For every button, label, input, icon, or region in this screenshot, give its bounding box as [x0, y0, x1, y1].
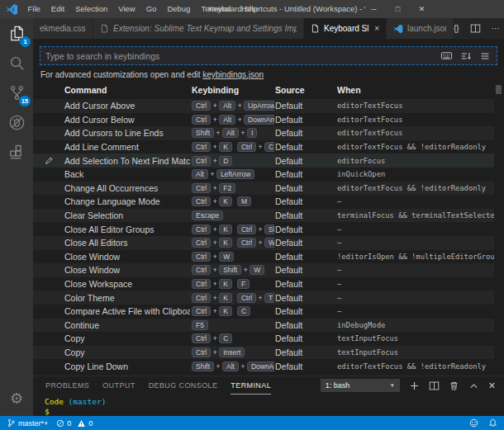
keybinding-row[interactable]: Close WindowCtrl+WDefault!editorIsOpen &… — [33, 250, 494, 264]
key-chip: Shift — [219, 265, 241, 275]
plus-separator: + — [213, 334, 217, 343]
keybinding-row[interactable]: Close All Editor GroupsCtrl+KCtrl+Shift+… — [33, 222, 494, 236]
keybinding-row[interactable]: CopyCtrl+CDefaulttextInputFocus — [33, 332, 494, 346]
keybinding-row[interactable]: Add Cursor BelowCtrl+Alt+DownArrowDefaul… — [33, 113, 494, 127]
terminal-output[interactable]: Code (master)$ — [33, 395, 504, 417]
command-cell: Change All Occurrences — [64, 182, 190, 196]
minimize-button[interactable]: ─ — [362, 0, 386, 18]
new-terminal-icon[interactable] — [409, 380, 420, 391]
column-header-when[interactable]: When — [337, 85, 361, 95]
source-cell: Default — [275, 154, 335, 168]
maximize-button[interactable]: □ — [386, 0, 410, 18]
column-header-source[interactable]: Source — [275, 85, 305, 95]
plus-separator: + — [213, 253, 217, 261]
keybinding-cell: Ctrl+KCtrl+W — [192, 236, 274, 250]
key-chip: DownArrow — [244, 115, 274, 125]
key-chord: Alt+LeftArrow — [192, 169, 254, 179]
notifications-bell-icon[interactable] — [488, 418, 497, 428]
keybinding-row[interactable]: Close WindowCtrl+Shift+WDefault— — [33, 263, 494, 277]
tab-extension-sublime-text-keymap-and-settings-importer[interactable]: Extension: Sublime Text Keymap and Setti… — [93, 18, 304, 39]
keybinding-row[interactable]: BackAlt+LeftArrowDefaultinQuickOpen — [33, 168, 494, 182]
source-cell: Default — [275, 250, 335, 264]
tab-launch-json[interactable]: launch.json — [387, 18, 454, 39]
close-panel-icon[interactable]: ✕ — [488, 380, 496, 391]
filter-list-icon[interactable] — [479, 50, 491, 62]
menu-file[interactable]: File — [22, 0, 45, 18]
feedback-smiley-icon[interactable] — [469, 418, 478, 428]
open-keybindings-json-icon[interactable]: {} — [454, 24, 459, 33]
key-chip: Alt — [222, 128, 239, 138]
source-cell: Default — [275, 182, 335, 196]
command-cell: Copy — [64, 332, 190, 346]
keybinding-row[interactable]: Add Selection To Next Find MatchCtrl+DDe… — [33, 154, 494, 168]
column-header-command[interactable]: Command — [64, 85, 107, 95]
keybinding-row[interactable]: Close WorkspaceCtrl+KFDefault— — [33, 277, 494, 291]
menu-edit[interactable]: Edit — [45, 0, 69, 18]
activity-item-source-control[interactable]: 15 — [0, 78, 33, 107]
status-bar-right — [469, 418, 497, 428]
menu-debug[interactable]: Debug — [162, 0, 196, 18]
keybinding-row[interactable]: CopyCtrl+InsertDefaulttextInputFocus — [33, 346, 494, 360]
activity-item-extensions[interactable] — [0, 137, 33, 167]
keybindings-json-link[interactable]: keybindings.json — [202, 70, 264, 79]
kill-terminal-trash-icon[interactable] — [449, 380, 459, 391]
key-chord: Ctrl+K — [192, 306, 232, 316]
terminal-text: (master) — [69, 397, 107, 406]
keybinding-row[interactable]: Clear SelectionEscapeDefaultterminalFocu… — [33, 209, 494, 223]
panel-tab-problems[interactable]: PROBLEMS — [45, 376, 89, 395]
keybinding-row[interactable]: Change All OccurrencesCtrl+F2Defaultedit… — [33, 182, 494, 196]
plus-separator: + — [213, 157, 217, 165]
edit-keybinding-pencil-icon[interactable] — [45, 154, 63, 168]
terminal-text: $ — [45, 407, 50, 416]
command-cell: Add Selection To Next Find Match — [64, 154, 190, 168]
close-window-button[interactable]: ✕ — [410, 0, 434, 18]
maximize-panel-chevron-icon[interactable] — [468, 380, 479, 391]
activity-item-explorer[interactable]: 1 — [0, 18, 33, 48]
settings-gear-icon[interactable]: ⚙ — [0, 390, 33, 408]
menu-view[interactable]: View — [113, 0, 140, 18]
panel-tab-output[interactable]: OUTPUT — [102, 376, 135, 395]
command-cell: Copy — [64, 346, 190, 360]
command-cell: Continue — [64, 319, 190, 333]
terminal-select[interactable]: 1: bash ▼ — [321, 379, 400, 392]
keybinding-row[interactable]: Add Line CommentCtrl+KCtrl+CDefaultedito… — [33, 140, 494, 154]
key-chord: Ctrl+T — [237, 293, 274, 303]
key-chip: C — [219, 333, 232, 343]
keybinding-cell: Shift+Alt+DownArrow — [192, 359, 274, 373]
panel-tab-terminal[interactable]: TERMINAL — [231, 376, 271, 395]
close-tab-icon[interactable]: × — [374, 24, 379, 33]
menu-selection[interactable]: Selection — [70, 0, 113, 18]
keybinding-row[interactable]: Color ThemeCtrl+KCtrl+TDefault— — [33, 291, 494, 305]
split-terminal-icon[interactable] — [429, 380, 440, 391]
sort-precedence-icon[interactable] — [460, 50, 472, 62]
activity-item-search[interactable] — [0, 48, 33, 78]
column-header-keybinding[interactable]: Keybinding — [192, 85, 239, 95]
tab-keyboard-shortcuts[interactable]: Keyboard Shortcuts× — [304, 18, 387, 39]
more-actions-icon[interactable]: ··· — [492, 24, 500, 33]
keybinding-row[interactable]: Close All EditorsCtrl+KCtrl+WDefault— — [33, 236, 494, 250]
keybinding-cell: Ctrl+KCtrl+Shift+W — [192, 222, 274, 236]
tab-ekmedia-css[interactable]: ekmedia.css — [33, 18, 93, 39]
keybinding-row[interactable]: Compare Active File with ClipboardCtrl+K… — [33, 305, 494, 319]
git-branch-status[interactable]: master*+ — [7, 418, 48, 428]
source-cell: Default — [275, 346, 335, 360]
key-chip: UpArrow — [244, 101, 274, 111]
record-keys-icon[interactable] — [440, 50, 453, 62]
keybinding-row[interactable]: Add Cursor AboveCtrl+Alt+UpArrowDefaulte… — [33, 99, 494, 113]
key-chord: Ctrl+C — [237, 142, 274, 152]
activity-item-debug[interactable] — [0, 107, 33, 137]
source-cell: Default — [275, 332, 335, 346]
split-editor-icon[interactable] — [470, 23, 481, 34]
keybinding-row[interactable]: ContinueF5DefaultinDebugMode — [33, 319, 494, 333]
keybinding-row[interactable]: Add Cursors to Line EndsShift+Alt+IDefau… — [33, 126, 494, 140]
keybinding-row[interactable]: Copy Line DownShift+Alt+DownArrowDefault… — [33, 359, 494, 373]
when-cell: — — [337, 195, 494, 209]
key-chip: Ctrl — [237, 142, 256, 152]
panel-tab-debug-console[interactable]: DEBUG CONSOLE — [149, 376, 218, 395]
scrollbar-thumb[interactable] — [496, 85, 502, 94]
menu-go[interactable]: Go — [140, 0, 162, 18]
key-chip: Ctrl — [192, 293, 211, 303]
keybindings-search-input[interactable] — [40, 51, 440, 61]
problems-status[interactable]: 0 0 — [56, 419, 93, 428]
keybinding-row[interactable]: Change Language ModeCtrl+KMDefault— — [33, 195, 494, 209]
